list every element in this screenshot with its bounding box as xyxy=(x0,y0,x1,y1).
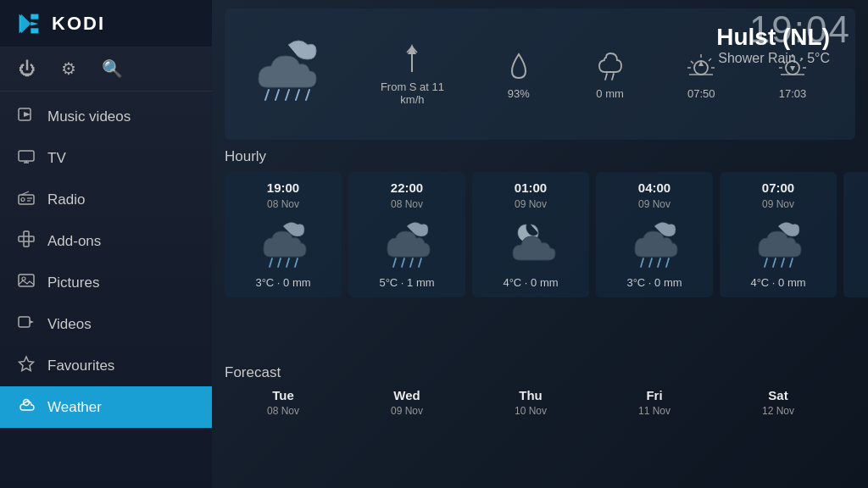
forecast-section: Forecast Tue 08 Nov Wed 09 Nov Thu 10 No… xyxy=(225,364,868,417)
app-title: KODI xyxy=(52,13,105,35)
hourly-weather-icon xyxy=(748,214,808,273)
forecast-day: Wed xyxy=(393,388,420,402)
forecast-card[interactable]: Wed 09 Nov xyxy=(348,388,465,417)
svg-rect-17 xyxy=(24,231,29,236)
sidebar-item-videos[interactable]: Videos xyxy=(0,303,212,345)
search-icon[interactable]: 🔍 xyxy=(102,58,123,79)
svg-marker-6 xyxy=(24,112,31,117)
sidebar-item-music-videos[interactable]: Music videos xyxy=(0,96,212,137)
svg-line-61 xyxy=(649,258,652,267)
addons-icon xyxy=(17,230,36,252)
forecast-card[interactable]: Sat 12 Nov xyxy=(720,388,837,417)
svg-line-26 xyxy=(275,90,279,100)
svg-rect-15 xyxy=(19,236,24,241)
hourly-card[interactable]: 01:00 09 Nov 4°C · 0 mm xyxy=(472,172,589,297)
music-videos-icon xyxy=(17,105,36,128)
forecast-date: 08 Nov xyxy=(267,405,299,417)
hourly-date: 08 Nov xyxy=(391,198,423,210)
svg-line-34 xyxy=(605,74,607,80)
forecast-date: 11 Nov xyxy=(638,405,670,417)
svg-marker-4 xyxy=(31,21,38,25)
sunrise-stat: 07:50 xyxy=(684,49,718,100)
svg-line-63 xyxy=(666,258,669,267)
svg-line-54 xyxy=(287,258,289,267)
precipitation-label: 0 mm xyxy=(596,87,624,100)
svg-line-28 xyxy=(296,90,299,100)
svg-rect-19 xyxy=(19,274,34,286)
hourly-time: 07:00 xyxy=(762,180,794,195)
forecast-day: Sat xyxy=(768,388,787,402)
location-info: Hulst (NL) Shower Rain · 5°C xyxy=(716,24,830,66)
hourly-date: 09 Nov xyxy=(762,198,794,210)
sidebar-label-videos: Videos xyxy=(47,316,92,333)
forecast-day: Tue xyxy=(272,388,294,402)
power-icon[interactable]: ⏻ xyxy=(19,59,36,79)
svg-line-27 xyxy=(286,90,289,100)
settings-icon[interactable]: ⚙ xyxy=(61,58,76,79)
forecast-date: 10 Nov xyxy=(515,405,547,417)
svg-line-53 xyxy=(278,258,281,267)
hourly-weather-icon xyxy=(501,214,560,273)
sidebar-item-weather[interactable]: Weather xyxy=(0,386,212,428)
precipitation-stat: 0 mm xyxy=(593,49,627,100)
hourly-section: Hourly 19:00 08 Nov 3°C · 0 mm 22:00 08 … xyxy=(225,148,868,297)
svg-line-55 xyxy=(295,258,298,267)
hourly-card[interactable]: 22:00 08 Nov 5°C · 1 mm xyxy=(348,172,465,297)
sunset-label: 17:03 xyxy=(779,87,807,100)
sidebar-item-favourites[interactable]: Favourites xyxy=(0,345,212,386)
hourly-card[interactable]: 04:00 09 Nov 3°C · 0 mm xyxy=(596,172,713,297)
sidebar-item-addons[interactable]: Add-ons xyxy=(0,220,212,262)
humidity-stat: 93% xyxy=(502,49,536,100)
svg-line-62 xyxy=(658,258,660,267)
svg-line-64 xyxy=(765,258,767,267)
hourly-temp: 4°C · 0 mm xyxy=(503,276,558,289)
svg-line-67 xyxy=(790,258,793,267)
forecast-section-title: Forecast xyxy=(225,364,868,381)
tv-icon xyxy=(17,147,36,169)
svg-marker-23 xyxy=(19,357,34,371)
forecast-date: 12 Nov xyxy=(762,405,794,417)
sidebar-label-pictures: Pictures xyxy=(47,274,99,291)
hourly-date: 09 Nov xyxy=(515,198,547,210)
header-bar: KODI xyxy=(0,0,212,47)
forecast-card[interactable]: Thu 10 Nov xyxy=(472,388,589,417)
svg-line-66 xyxy=(782,258,784,267)
nav-menu: Music videos TV Radio Add-ons Pictures xyxy=(0,92,212,488)
sidebar-item-radio[interactable]: Radio xyxy=(0,179,212,220)
svg-line-52 xyxy=(270,258,272,267)
svg-line-59 xyxy=(419,258,421,267)
forecast-card[interactable]: Tue 08 Nov xyxy=(225,388,342,417)
forecast-card[interactable]: Fri 11 Nov xyxy=(596,388,713,417)
svg-line-38 xyxy=(691,61,693,64)
hourly-card[interactable]: 19:00 08 Nov 3°C · 0 mm xyxy=(225,172,342,297)
hourly-temp: 5°C · 1 mm xyxy=(379,276,434,289)
wind-label: From S at 11 km/h xyxy=(381,80,444,106)
pictures-icon xyxy=(17,271,36,294)
svg-rect-3 xyxy=(31,28,38,33)
hourly-weather-icon xyxy=(625,214,684,273)
svg-line-29 xyxy=(306,90,309,100)
svg-line-65 xyxy=(773,258,776,267)
sidebar-label-tv: TV xyxy=(47,150,66,167)
sidebar-item-tv[interactable]: TV xyxy=(0,137,212,179)
hourly-temp: 3°C · 0 mm xyxy=(626,276,682,289)
sidebar-item-pictures[interactable]: Pictures xyxy=(0,262,212,303)
hourly-weather-icon xyxy=(253,214,313,273)
hourly-temp: 4°C · 0 mm xyxy=(750,276,805,289)
hourly-card[interactable]: 10:00 09 Nov 5°C · 0 mm xyxy=(843,172,868,297)
hourly-card[interactable]: 07:00 09 Nov 4°C · 0 mm xyxy=(720,172,837,297)
top-icons-bar: ⏻ ⚙ 🔍 xyxy=(0,47,212,92)
hourly-date: 08 Nov xyxy=(267,198,299,210)
sidebar-label-weather: Weather xyxy=(47,399,102,416)
svg-line-60 xyxy=(641,258,643,267)
svg-line-58 xyxy=(410,258,413,267)
sidebar-label-radio: Radio xyxy=(47,191,85,208)
hourly-time: 22:00 xyxy=(391,180,423,195)
svg-line-25 xyxy=(265,90,269,100)
svg-rect-18 xyxy=(24,241,29,247)
forecast-cards-list: Tue 08 Nov Wed 09 Nov Thu 10 Nov Fri 11 … xyxy=(225,388,868,417)
forecast-day: Thu xyxy=(519,388,542,402)
svg-line-35 xyxy=(612,74,614,80)
svg-line-56 xyxy=(393,258,396,267)
svg-point-11 xyxy=(21,198,25,202)
